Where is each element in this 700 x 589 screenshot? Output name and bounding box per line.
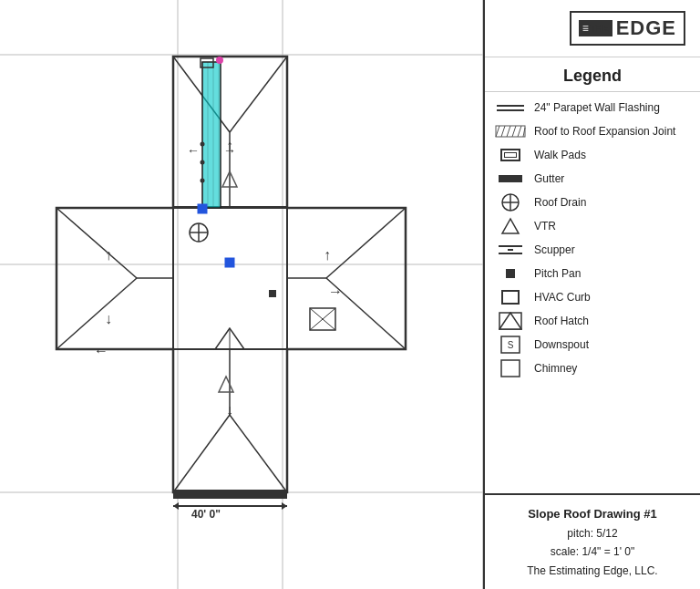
pitch-info: pitch: 5/12 xyxy=(496,524,689,542)
scupper-symbol xyxy=(494,243,527,257)
logo-icon: ≡ THE xyxy=(579,20,612,36)
svg-rect-27 xyxy=(202,62,221,208)
svg-line-16 xyxy=(326,208,406,278)
roof-hatch-svg xyxy=(499,312,522,330)
logo-area: ≡ THE EDGE xyxy=(485,0,700,57)
parapet-symbol xyxy=(494,105,527,111)
page: ← → ↑ ↑ ↓ ← ↑ xyxy=(0,0,700,589)
hvac-symbol xyxy=(494,290,527,305)
chimney-svg xyxy=(500,359,520,377)
legend-item-parapet: 24" Parapet Wall Flashing xyxy=(494,98,691,118)
svg-text:S: S xyxy=(508,340,514,350)
svg-text:↑: ↑ xyxy=(324,247,331,263)
svg-marker-9 xyxy=(57,57,406,492)
svg-marker-38 xyxy=(219,377,233,392)
chimney-symbol xyxy=(494,359,527,377)
legend-item-walk-pads: Walk Pads xyxy=(494,145,691,165)
expansion-symbol xyxy=(494,125,527,138)
drawing-title: Slope Roof Drawing #1 xyxy=(496,504,689,524)
gutter-icon xyxy=(499,175,522,182)
downspout-svg: S xyxy=(500,336,520,354)
svg-marker-55 xyxy=(282,502,287,510)
svg-rect-49 xyxy=(269,290,276,297)
svg-point-33 xyxy=(201,160,205,165)
legend-item-scupper: Scupper xyxy=(494,240,691,260)
legend-item-chimney: Chimney xyxy=(494,358,691,378)
roof-drawing-svg: ← → ↑ ↑ ↓ ← ↑ xyxy=(0,0,483,589)
vtr-symbol xyxy=(494,217,527,235)
legend-item-gutter: Gutter xyxy=(494,169,691,189)
roof-hatch-label: Roof Hatch xyxy=(534,315,691,327)
legend-item-hvac: HVAC Curb xyxy=(494,287,691,307)
line-2 xyxy=(497,109,524,111)
svg-text:40' 0": 40' 0" xyxy=(191,508,221,521)
svg-text:↑: ↑ xyxy=(105,247,112,263)
vtr-svg xyxy=(500,217,520,235)
walk-pads-label: Walk Pads xyxy=(534,149,691,161)
drawing-area: ← → ↑ ↑ ↓ ← ↑ xyxy=(0,0,483,589)
walk-pads-icon xyxy=(500,149,520,161)
walk-pads-symbol xyxy=(494,149,527,161)
svg-line-11 xyxy=(230,57,287,132)
legend-item-pitch-pan: Pitch Pan xyxy=(494,264,691,284)
scale-info: scale: 1/4" = 1' 0" xyxy=(496,542,689,561)
company-info: The Estimating Edge, LLC. xyxy=(496,562,689,580)
svg-text:←: ← xyxy=(94,343,108,358)
legend-item-vtr: VTR xyxy=(494,216,691,236)
gutter-symbol xyxy=(494,175,527,182)
legend-title: Legend xyxy=(485,57,700,92)
svg-text:→: → xyxy=(328,284,343,299)
line-1 xyxy=(497,105,524,107)
logo-the-text: THE xyxy=(591,24,609,34)
roof-drain-svg xyxy=(500,192,520,212)
chimney-label: Chimney xyxy=(534,362,691,375)
svg-rect-57 xyxy=(173,492,287,499)
expansion-label: Roof to Roof Expansion Joint xyxy=(534,125,691,138)
svg-rect-36 xyxy=(225,258,234,267)
legend-item-roof-hatch: Roof Hatch xyxy=(494,311,691,331)
pitch-pan-symbol xyxy=(494,269,527,278)
svg-marker-54 xyxy=(173,502,179,510)
roof-hatch-symbol xyxy=(494,312,527,330)
hatch-svg xyxy=(495,125,526,138)
svg-point-29 xyxy=(216,57,223,64)
info-section: Slope Roof Drawing #1 pitch: 5/12 scale:… xyxy=(485,493,700,589)
gutter-label: Gutter xyxy=(534,172,691,185)
vtr-label: VTR xyxy=(534,220,691,232)
scupper-label: Scupper xyxy=(534,243,691,256)
roof-drain-label: Roof Drain xyxy=(534,196,691,209)
scupper-svg xyxy=(497,243,524,257)
legend-panel: ≡ THE EDGE Legend 24" Parap xyxy=(483,0,700,589)
hvac-icon xyxy=(501,290,520,305)
hvac-label: HVAC Curb xyxy=(534,291,691,304)
pitch-pan-icon xyxy=(506,269,515,278)
legend-items: 24" Parapet Wall Flashing Roof to Roof xyxy=(485,92,700,493)
svg-rect-35 xyxy=(198,204,207,213)
pitch-pan-label: Pitch Pan xyxy=(534,267,691,280)
svg-line-13 xyxy=(230,415,287,492)
roof-drain-symbol xyxy=(494,192,527,212)
downspout-label: Downspout xyxy=(534,338,691,351)
legend-item-expansion: Roof to Roof Expansion Joint xyxy=(494,121,691,141)
svg-text:↓: ↓ xyxy=(105,311,112,326)
downspout-symbol: S xyxy=(494,336,527,354)
svg-point-34 xyxy=(201,179,205,183)
legend-item-downspout: S Downspout xyxy=(494,335,691,355)
svg-text:↓: ↓ xyxy=(226,402,233,418)
double-line-symbol xyxy=(497,105,524,111)
logo-icon-symbol: ≡ xyxy=(582,22,589,35)
logo-brand-text: EDGE xyxy=(616,16,676,40)
svg-line-12 xyxy=(173,415,230,492)
svg-line-14 xyxy=(57,208,137,278)
logo-box: ≡ THE EDGE xyxy=(570,11,685,46)
svg-line-15 xyxy=(57,278,137,349)
legend-item-roof-drain: Roof Drain xyxy=(494,192,691,212)
svg-rect-78 xyxy=(501,360,520,377)
svg-point-32 xyxy=(201,142,205,147)
parapet-label: 24" Parapet Wall Flashing xyxy=(534,101,691,114)
svg-marker-70 xyxy=(502,219,519,233)
svg-text:↑: ↑ xyxy=(226,138,233,153)
svg-text:←: ← xyxy=(187,143,200,158)
